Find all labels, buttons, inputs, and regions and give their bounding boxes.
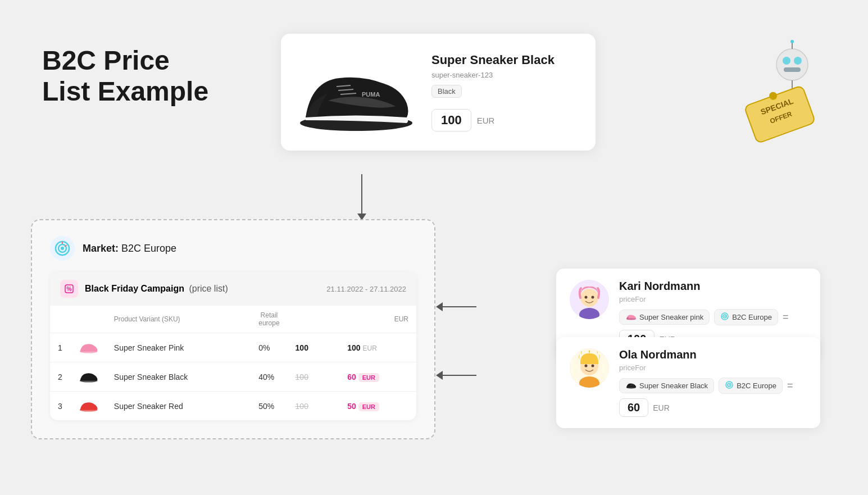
market-icon bbox=[50, 236, 75, 261]
product-info: Super Sneaker Black super-sneaker-123 Bl… bbox=[431, 53, 582, 131]
market-header: Market: B2C Europe bbox=[50, 236, 416, 261]
product-price: 100 bbox=[431, 109, 471, 131]
product-row-name: Super Sneaker Red bbox=[106, 392, 251, 421]
col-product: Product Variant (SKU) bbox=[106, 306, 251, 333]
arrow-left-ola bbox=[436, 371, 476, 380]
shoe-thumb-cell bbox=[70, 362, 106, 392]
svg-point-30 bbox=[592, 296, 594, 299]
shoe-icon-ola bbox=[625, 381, 637, 390]
currency-ola: EUR bbox=[653, 403, 670, 412]
svg-rect-3 bbox=[784, 67, 801, 72]
equals-ola: = bbox=[787, 380, 793, 392]
final-price-ola: 60 bbox=[619, 398, 648, 417]
svg-point-28 bbox=[580, 289, 598, 307]
svg-text:%: % bbox=[67, 286, 72, 292]
market-section: Market: B2C Europe % Black Friday Campai… bbox=[31, 219, 435, 439]
table-row: 3 Super Sneaker Red50%10050EUR bbox=[50, 392, 416, 421]
special-offer-badge: SPECIAL OFFER bbox=[733, 39, 823, 152]
svg-point-0 bbox=[776, 49, 808, 80]
customer-card-ola: Ola Nordmann priceFor Super Sneaker Blac… bbox=[556, 337, 820, 428]
col-currency: EUR bbox=[339, 306, 416, 333]
product-row-name: Super Sneaker Black bbox=[106, 362, 251, 392]
table-row: 2 Super Sneaker Black40%10060EUR bbox=[50, 362, 416, 392]
svg-text:PUMA: PUMA bbox=[362, 91, 380, 98]
price-for-ola: priceFor bbox=[619, 364, 807, 372]
svg-point-25 bbox=[80, 408, 98, 412]
customer-info-ola: Ola Nordmann priceFor Super Sneaker Blac… bbox=[619, 348, 807, 417]
price-list-dates: 21.11.2022 - 27.11.2022 bbox=[326, 285, 406, 293]
shoe-thumb-cell bbox=[70, 392, 106, 421]
col-retail: Retail europe bbox=[251, 306, 287, 333]
product-chip-kari: Super Sneaker pink bbox=[619, 310, 710, 325]
main-container: B2C Price List Example SPECIAL OFFER bbox=[0, 0, 868, 495]
svg-point-39 bbox=[592, 365, 594, 367]
product-row-name: Super Sneaker Pink bbox=[106, 333, 251, 362]
svg-point-23 bbox=[80, 350, 98, 353]
price-for-kari: priceFor bbox=[619, 295, 807, 303]
page-title: B2C Price List Example bbox=[42, 45, 208, 107]
product-name: Super Sneaker Black bbox=[431, 53, 582, 67]
svg-point-38 bbox=[585, 365, 588, 367]
svg-point-18 bbox=[61, 247, 64, 250]
price-list-name: Black Friday Campaign (price list) bbox=[85, 284, 228, 294]
customer-name-ola: Ola Nordmann bbox=[619, 348, 807, 361]
market-chip-kari: B2C Europe bbox=[714, 309, 778, 325]
product-currency: EUR bbox=[477, 116, 495, 125]
market-label: Market: B2C Europe bbox=[83, 243, 176, 255]
svg-point-24 bbox=[80, 379, 98, 383]
arrow-down-connector bbox=[357, 174, 366, 220]
product-card: PUMA Super Sneaker Black super-sneaker-1… bbox=[281, 34, 596, 151]
product-price-row: 100 EUR bbox=[431, 109, 582, 131]
svg-point-10 bbox=[790, 40, 794, 43]
table-row: 1 Super Sneaker Pink0%100100EUR bbox=[50, 333, 416, 362]
product-tag: Black bbox=[431, 85, 462, 98]
svg-point-1 bbox=[783, 57, 790, 65]
svg-point-29 bbox=[585, 296, 588, 299]
price-detail-ola: Super Sneaker Black B2C Europe = 60 EUR bbox=[619, 378, 807, 417]
svg-point-2 bbox=[794, 57, 802, 65]
product-image: PUMA bbox=[294, 47, 418, 137]
avatar-ola bbox=[570, 348, 609, 388]
product-sku: super-sneaker-123 bbox=[431, 71, 582, 79]
market-chip-ola: B2C Europe bbox=[719, 378, 783, 394]
svg-point-34 bbox=[724, 316, 725, 317]
equals-kari: = bbox=[783, 311, 789, 323]
price-list-table: Product Variant (SKU) Retail europe EUR … bbox=[50, 306, 416, 420]
price-list-header: % Black Friday Campaign (price list) 21.… bbox=[50, 272, 416, 306]
arrow-left-kari bbox=[436, 302, 476, 311]
customer-name-kari: Kari Nordmann bbox=[619, 280, 807, 293]
product-chip-ola: Super Sneaker Black bbox=[619, 378, 714, 393]
price-list-card: % Black Friday Campaign (price list) 21.… bbox=[50, 272, 416, 420]
shoe-thumb-cell bbox=[70, 333, 106, 362]
svg-point-43 bbox=[729, 384, 730, 385]
price-list-icon: % bbox=[60, 280, 78, 298]
avatar-kari bbox=[570, 280, 609, 319]
shoe-icon-kari bbox=[625, 312, 637, 322]
